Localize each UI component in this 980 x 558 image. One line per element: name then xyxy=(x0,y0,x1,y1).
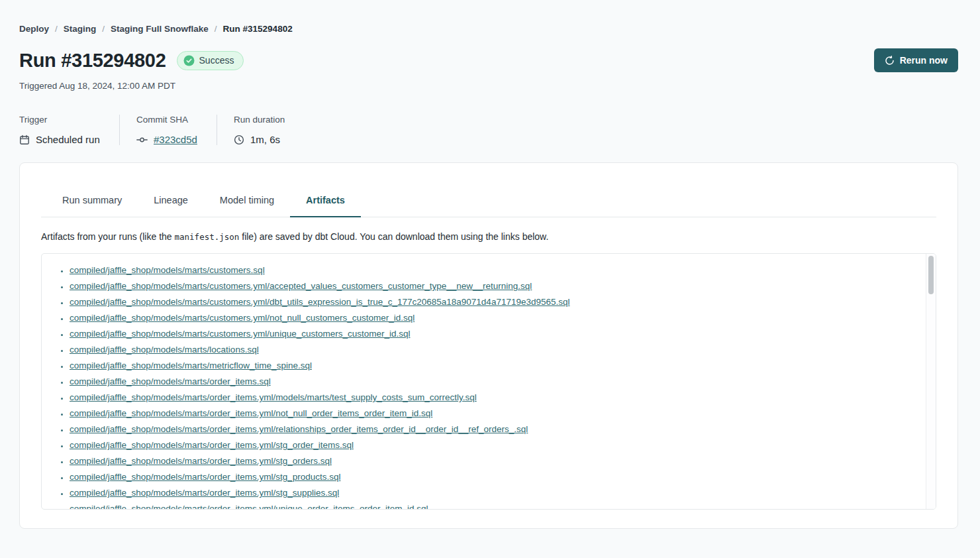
artifacts-description-text: file) are saved by dbt Cloud. You can do… xyxy=(239,231,548,242)
artifact-link[interactable]: compiled/jaffle_shop/models/marts/order_… xyxy=(70,456,332,466)
triggered-timestamp: Triggered Aug 18, 2024, 12:00 AM PDT xyxy=(19,81,958,91)
artifact-link[interactable]: compiled/jaffle_shop/models/marts/custom… xyxy=(70,281,532,291)
artifact-list-item: compiled/jaffle_shop/models/marts/order_… xyxy=(70,503,915,509)
manifest-json-code: manifest.json xyxy=(175,232,240,242)
artifact-link[interactable]: compiled/jaffle_shop/models/marts/order_… xyxy=(70,392,477,402)
artifact-link[interactable]: compiled/jaffle_shop/models/marts/order_… xyxy=(70,408,432,418)
artifact-list-item: compiled/jaffle_shop/models/marts/custom… xyxy=(70,312,915,328)
breadcrumb-separator: / xyxy=(55,24,58,34)
clock-icon xyxy=(234,135,244,145)
artifact-link[interactable]: compiled/jaffle_shop/models/marts/order_… xyxy=(70,488,339,498)
artifact-list-item: compiled/jaffle_shop/models/marts/metric… xyxy=(70,360,915,376)
tab-artifacts[interactable]: Artifacts xyxy=(290,195,361,217)
artifacts-description-text: Artifacts from your runs (like the xyxy=(41,231,175,242)
meta-duration: Run duration 1m, 6s xyxy=(217,115,285,145)
breadcrumb-current-run: Run #315294802 xyxy=(223,24,293,34)
artifact-list-item: compiled/jaffle_shop/models/marts/order_… xyxy=(70,408,915,423)
meta-trigger-value: Scheduled run xyxy=(36,134,100,145)
scrollbar-track[interactable] xyxy=(926,254,936,509)
meta-trigger: Trigger Scheduled run xyxy=(19,115,119,145)
artifact-link[interactable]: compiled/jaffle_shop/models/marts/order_… xyxy=(70,424,528,434)
commit-sha-link[interactable]: #323cd5d xyxy=(154,134,197,145)
scrollbar-thumb[interactable] xyxy=(928,256,934,294)
meta-trigger-label: Trigger xyxy=(19,115,119,125)
rerun-now-label: Rerun now xyxy=(900,55,948,66)
meta-commit: Commit SHA #323cd5d xyxy=(119,115,217,145)
artifact-list-item: compiled/jaffle_shop/models/marts/custom… xyxy=(70,280,915,296)
calendar-icon xyxy=(19,135,30,145)
breadcrumb-staging[interactable]: Staging xyxy=(64,24,97,34)
artifact-link[interactable]: compiled/jaffle_shop/models/marts/locati… xyxy=(70,345,259,355)
artifact-list-item: compiled/jaffle_shop/models/marts/locati… xyxy=(70,344,915,360)
artifact-list-item: compiled/jaffle_shop/models/marts/order_… xyxy=(70,423,915,439)
status-badge-label: Success xyxy=(199,55,234,66)
artifact-link[interactable]: compiled/jaffle_shop/models/marts/custom… xyxy=(70,313,415,323)
artifact-list-item: compiled/jaffle_shop/models/marts/order_… xyxy=(70,439,915,455)
run-meta-row: Trigger Scheduled run Commit SHA xyxy=(19,115,958,145)
breadcrumb-separator: / xyxy=(215,24,217,34)
title-row: Run #315294802 Success Rerun now xyxy=(19,48,958,72)
status-badge: Success xyxy=(177,51,244,70)
rerun-now-button[interactable]: Rerun now xyxy=(874,48,958,72)
meta-duration-value: 1m, 6s xyxy=(250,134,280,145)
artifact-link[interactable]: compiled/jaffle_shop/models/marts/order_… xyxy=(70,504,428,509)
artifact-list-item: compiled/jaffle_shop/models/marts/order_… xyxy=(70,455,915,471)
refresh-icon xyxy=(885,56,895,66)
artifact-list-item: compiled/jaffle_shop/models/marts/custom… xyxy=(70,264,915,280)
tab-model-timing[interactable]: Model timing xyxy=(204,195,290,217)
page-title: Run #315294802 xyxy=(19,50,166,72)
artifact-link[interactable]: compiled/jaffle_shop/models/marts/order_… xyxy=(70,472,340,482)
artifacts-description: Artifacts from your runs (like the manif… xyxy=(41,231,936,242)
artifact-link[interactable]: compiled/jaffle_shop/models/marts/custom… xyxy=(70,265,265,275)
run-detail-page: Deploy / Staging / Staging Full Snowflak… xyxy=(0,0,980,529)
artifact-link[interactable]: compiled/jaffle_shop/models/marts/order_… xyxy=(70,376,271,386)
git-commit-icon xyxy=(136,135,148,145)
tab-bar: Run summary Lineage Model timing Artifac… xyxy=(41,195,936,217)
run-detail-card: Run summary Lineage Model timing Artifac… xyxy=(19,162,958,529)
artifact-list-item: compiled/jaffle_shop/models/marts/order_… xyxy=(70,376,915,392)
artifact-list-item: compiled/jaffle_shop/models/marts/order_… xyxy=(70,487,915,503)
check-circle-icon xyxy=(183,55,195,66)
breadcrumb-separator: / xyxy=(102,24,105,34)
artifact-list-item: compiled/jaffle_shop/models/marts/order_… xyxy=(70,392,915,408)
breadcrumb-job[interactable]: Staging Full Snowflake xyxy=(111,24,209,34)
tab-lineage[interactable]: Lineage xyxy=(138,195,204,217)
breadcrumb: Deploy / Staging / Staging Full Snowflak… xyxy=(19,24,958,34)
meta-duration-label: Run duration xyxy=(234,115,285,125)
artifact-list: compiled/jaffle_shop/models/marts/custom… xyxy=(42,254,926,509)
artifact-link[interactable]: compiled/jaffle_shop/models/marts/order_… xyxy=(70,440,354,450)
artifact-list-box: compiled/jaffle_shop/models/marts/custom… xyxy=(41,253,936,510)
artifact-link[interactable]: compiled/jaffle_shop/models/marts/custom… xyxy=(70,297,570,307)
artifact-list-item: compiled/jaffle_shop/models/marts/custom… xyxy=(70,328,915,344)
meta-commit-label: Commit SHA xyxy=(136,115,217,125)
artifact-link[interactable]: compiled/jaffle_shop/models/marts/custom… xyxy=(70,329,410,339)
breadcrumb-deploy[interactable]: Deploy xyxy=(19,24,49,34)
artifact-list-scroll-area: compiled/jaffle_shop/models/marts/custom… xyxy=(42,254,936,509)
tab-run-summary[interactable]: Run summary xyxy=(46,195,138,217)
artifact-link[interactable]: compiled/jaffle_shop/models/marts/metric… xyxy=(70,361,312,370)
artifact-list-item: compiled/jaffle_shop/models/marts/custom… xyxy=(70,296,915,312)
artifact-list-item: compiled/jaffle_shop/models/marts/order_… xyxy=(70,471,915,487)
